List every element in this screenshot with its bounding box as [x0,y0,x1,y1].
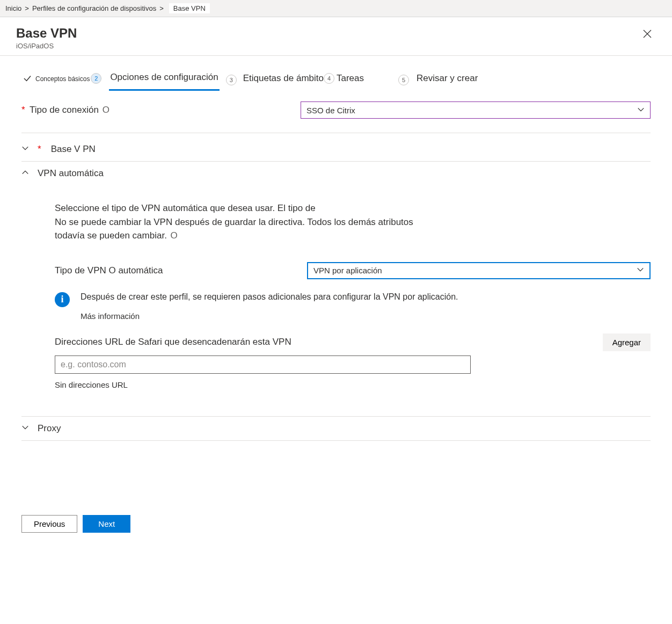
tab-config-label: Opciones de configuración [110,72,218,83]
tab-config[interactable]: Opciones de configuración [109,69,219,91]
connection-type-select[interactable]: SSO de Citrix [301,101,651,119]
auto-vpn-type-select[interactable]: VPN por aplicación [307,262,651,279]
close-button[interactable] [639,26,656,43]
auto-vpn-type-value: VPN por aplicación [313,266,382,275]
breadcrumb-sep: > [25,4,29,12]
tab-review[interactable]: Revisar y crear [415,70,479,90]
no-urls-text: Sin direcciones URL [55,380,651,389]
breadcrumb-current: Base VPN [169,3,210,13]
auto-vpn-accordion[interactable]: VPN automática [21,162,651,185]
breadcrumb-home[interactable]: Inicio [5,4,21,12]
required-marker: * [38,144,41,155]
proxy-label: Proxy [38,423,61,434]
chevron-down-icon [637,266,644,275]
safari-url-label: Direcciones URL de Safari que desencaden… [55,337,291,347]
breadcrumb: Inicio > Perfiles de configuración de di… [0,0,672,17]
info-icon: i [55,292,70,307]
breadcrumb-sep: > [159,4,164,12]
auto-vpn-type-label: Tipo de VPN O automática [55,265,163,275]
tab-scope-label: Etiquetas de ámbito [243,73,324,84]
chevron-up-icon [21,168,30,179]
connection-type-row: * Tipo de conexión O SSO de Citrix [21,96,651,128]
proxy-accordion[interactable]: Proxy [21,417,651,441]
page-subtitle: iOS/iPadOS [16,42,77,50]
base-vpn-accordion[interactable]: * Base V PN [21,137,651,162]
tab-review-label: Revisar y crear [417,73,478,84]
info-callout: i Después de crear este perfil, se requi… [55,292,651,321]
step-badge: 2 [91,73,101,84]
add-url-button[interactable]: Agregar [603,333,651,351]
auto-vpn-type-row: Tipo de VPN O automática VPN por aplicac… [55,262,651,279]
tab-tasks[interactable]: Tareas [337,70,365,90]
more-info-link[interactable]: Más información [81,311,458,321]
safari-url-input[interactable] [55,355,471,374]
auto-vpn-label: VPN automática [38,168,104,179]
info-text: Después de crear este perfil, se requier… [81,292,458,302]
step-badge-3: 3 [226,75,237,85]
connection-type-label: Tipo de conexión [30,105,99,115]
step-badge-5: 5 [398,75,409,85]
breadcrumb-profiles[interactable]: Perfiles de configuración de dispositivo… [32,4,156,12]
auto-vpn-body: Seleccione el tipo de VPN automática que… [21,185,651,400]
wizard-footer: Previous Next [0,505,672,542]
auto-vpn-description: Seleccione el tipo de VPN automática que… [55,201,495,243]
connection-type-value: SSO de Citrix [306,106,355,115]
chevron-down-icon [21,144,30,155]
previous-button[interactable]: Previous [21,515,77,533]
tab-scope[interactable]: Etiquetas de ámbito 4 [243,70,335,90]
safari-url-row: Direcciones URL de Safari que desencaden… [55,333,651,351]
tab-basics-label: Conceptos básicos [35,75,90,83]
tab-basics[interactable]: Conceptos básicos 2 [21,70,103,90]
info-icon[interactable]: O [171,230,178,241]
info-icon[interactable]: O [103,105,109,115]
next-button[interactable]: Next [83,515,130,533]
wizard-tabs: Conceptos básicos 2 Opciones de configur… [0,56,672,91]
panel-header: Base VPN iOS/iPadOS [0,17,672,56]
close-icon [643,30,652,38]
base-vpn-label: Base V PN [51,144,96,155]
step-badge-4: 4 [324,73,334,84]
check-icon [23,74,32,83]
chevron-down-icon [21,423,30,434]
required-marker: * [21,105,25,115]
tab-tasks-label: Tareas [337,73,364,84]
page-title: Base VPN [16,26,77,41]
chevron-down-icon [637,106,645,115]
